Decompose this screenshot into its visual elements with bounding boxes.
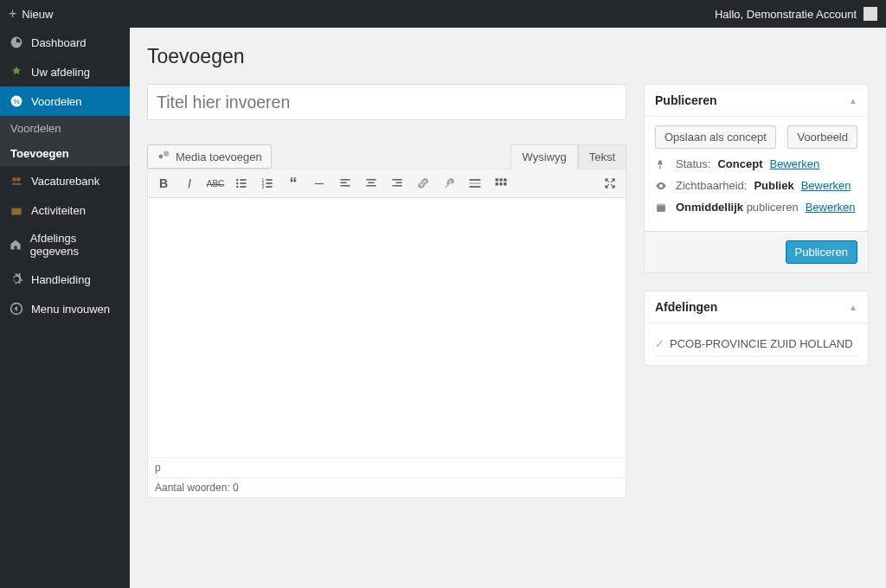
new-label: Nieuw: [22, 8, 53, 21]
svg-point-2: [12, 177, 16, 182]
tab-text[interactable]: Tekst: [578, 144, 626, 169]
svg-rect-30: [470, 182, 481, 184]
plus-icon: +: [9, 6, 16, 22]
sidebar-item-label: Voordelen: [31, 95, 82, 108]
svg-rect-15: [266, 179, 272, 181]
svg-rect-32: [496, 178, 498, 181]
align-right-button[interactable]: [385, 171, 409, 195]
unlink-button[interactable]: [437, 171, 461, 195]
chevron-up-icon: ▲: [849, 96, 857, 105]
save-draft-button[interactable]: Opslaan als concept: [655, 125, 776, 149]
publish-metabox-header[interactable]: Publiceren ▲: [645, 85, 868, 117]
svg-rect-34: [504, 178, 506, 181]
svg-rect-37: [504, 182, 506, 185]
edit-schedule-link[interactable]: Bewerken: [806, 201, 856, 214]
publish-status-row: Status: Concept Bewerken: [655, 157, 857, 170]
schedule-suffix: publiceren: [747, 201, 799, 214]
tab-wysiwyg[interactable]: Wysiwyg: [510, 144, 577, 169]
chevron-up-icon: ▲: [849, 303, 857, 312]
activiteiten-icon: [9, 202, 24, 218]
pin-icon: [655, 158, 669, 170]
sidebar-item-handleiding[interactable]: Handleiding: [0, 265, 130, 294]
admin-topbar: + Nieuw Hallo, Demonstratie Account: [0, 0, 886, 28]
link-button[interactable]: [411, 171, 435, 195]
svg-rect-5: [11, 206, 21, 208]
submenu-item-toevoegen[interactable]: Toevoegen: [0, 141, 130, 166]
sidebar-item-label: Menu invouwen: [31, 303, 110, 316]
formatting-toolbar: B I ABC 123 “ ─: [148, 169, 626, 198]
align-center-button[interactable]: [359, 171, 383, 195]
publish-visibility-row: Zichtbaarheid: Publiek Bewerken: [655, 179, 857, 192]
toolbar-toggle-button[interactable]: [489, 171, 513, 195]
sidebar-item-afdelings-gegevens[interactable]: Afdelings gegevens: [0, 225, 130, 265]
post-title-input[interactable]: [147, 84, 626, 120]
italic-button[interactable]: I: [177, 171, 202, 195]
editor-content-area[interactable]: [148, 198, 626, 457]
status-label: Status:: [676, 157, 710, 170]
svg-rect-17: [266, 182, 272, 184]
afdeling-item[interactable]: ✓ PCOB-PROVINCIE ZUID HOLLAND: [655, 332, 857, 356]
svg-rect-22: [340, 185, 350, 186]
publish-metabox-title: Publiceren: [655, 93, 717, 107]
visibility-label: Zichtbaarheid:: [676, 179, 747, 192]
svg-point-10: [236, 182, 238, 184]
editor-element-path: p: [148, 457, 626, 477]
svg-rect-26: [392, 179, 401, 180]
svg-rect-19: [266, 186, 272, 188]
publish-schedule-row: Onmiddellijk publiceren Bewerken: [655, 201, 857, 214]
sidebar-submenu: Voordelen Toevoegen: [0, 116, 130, 166]
department-icon: [9, 64, 24, 80]
edit-visibility-link[interactable]: Bewerken: [801, 179, 851, 192]
bullet-list-button[interactable]: [229, 171, 254, 195]
align-left-button[interactable]: [333, 171, 357, 195]
add-media-button[interactable]: Media toevoegen: [147, 144, 272, 169]
sidebar-item-label: Vacaturebank: [31, 175, 100, 188]
sidebar-item-label: Afdelings gegevens: [30, 232, 121, 258]
media-icon: [157, 150, 170, 163]
editor: B I ABC 123 “ ─: [147, 169, 626, 498]
svg-rect-9: [240, 179, 246, 181]
vacaturebank-icon: [9, 173, 24, 189]
svg-rect-13: [240, 186, 246, 188]
eye-icon: [655, 180, 669, 192]
sidebar-item-label: Activiteiten: [31, 204, 86, 217]
sidebar-item-voordelen[interactable]: % Voordelen: [0, 86, 130, 116]
calendar-icon: [655, 201, 669, 214]
numbered-list-button[interactable]: 123: [255, 171, 279, 195]
svg-text:3: 3: [262, 185, 265, 189]
preview-button[interactable]: Voorbeeld: [787, 125, 857, 149]
svg-rect-28: [392, 185, 401, 186]
svg-point-8: [236, 179, 238, 181]
strikethrough-button[interactable]: ABC: [203, 171, 228, 195]
fullscreen-button[interactable]: [598, 171, 622, 195]
account-menu[interactable]: Hallo, Demonstratie Account: [715, 7, 877, 21]
afdelingen-metabox-header[interactable]: Afdelingen ▲: [645, 291, 868, 323]
home-icon: [9, 237, 23, 252]
admin-sidebar: Dashboard Uw afdeling % Voordelen Voorde…: [0, 28, 130, 588]
sidebar-item-uw-afdeling[interactable]: Uw afdeling: [0, 57, 130, 86]
publish-button[interactable]: Publiceren: [786, 240, 857, 264]
blockquote-button[interactable]: “: [281, 171, 305, 195]
main-content: Toevoegen Media toevoegen Wysiwyg Tekst …: [130, 28, 886, 588]
edit-status-link[interactable]: Bewerken: [769, 157, 819, 170]
svg-rect-36: [499, 182, 502, 185]
submenu-item-voordelen[interactable]: Voordelen: [0, 116, 130, 141]
sidebar-item-dashboard[interactable]: Dashboard: [0, 28, 130, 57]
svg-point-3: [16, 177, 21, 182]
sidebar-item-collapse[interactable]: Menu invouwen: [0, 294, 130, 323]
svg-rect-21: [340, 182, 346, 183]
svg-rect-35: [496, 182, 498, 185]
svg-point-12: [236, 186, 238, 188]
more-button[interactable]: [463, 171, 487, 195]
visibility-value: Publiek: [754, 179, 793, 192]
sidebar-item-activiteiten[interactable]: Activiteiten: [0, 195, 130, 225]
schedule-prefix: Onmiddellijk: [676, 201, 743, 214]
hr-button[interactable]: ─: [307, 171, 331, 195]
sidebar-item-label: Uw afdeling: [31, 66, 90, 79]
publish-metabox: Publiceren ▲ Opslaan als concept Voorbee…: [644, 84, 869, 273]
svg-text:%: %: [13, 98, 19, 105]
svg-point-7: [158, 155, 163, 159]
new-content-button[interactable]: + Nieuw: [9, 6, 53, 22]
bold-button[interactable]: B: [151, 171, 176, 195]
sidebar-item-vacaturebank[interactable]: Vacaturebank: [0, 166, 130, 195]
